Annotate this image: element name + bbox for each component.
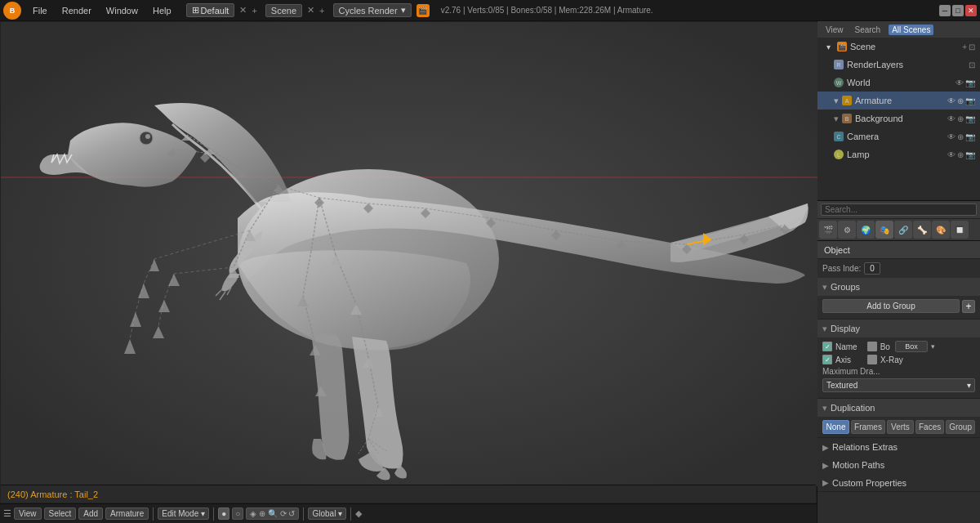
prop-tab-render[interactable]: 🎬 (819, 221, 837, 239)
add-menu-button[interactable]: Add (78, 507, 103, 520)
world-render-icon[interactable]: 📷 (965, 78, 975, 87)
prop-tab-constraints[interactable]: 🔗 (894, 221, 912, 239)
render-engine-name: Cycles Render (339, 6, 398, 16)
axis-checkbox[interactable]: ✓ (822, 355, 832, 364)
view-menu-button[interactable]: View (14, 507, 42, 520)
outliner-armature-label: Armature (855, 96, 892, 105)
scene-copy-icon[interactable]: ⊡ (969, 42, 975, 51)
camera-visibility-icon[interactable]: 👁 (947, 132, 956, 141)
camera-select-icon[interactable]: ⊕ (957, 132, 964, 141)
dup-faces-button[interactable]: Faces (915, 420, 944, 434)
outliner-item-world[interactable]: W World 👁 📷 (817, 74, 980, 92)
background-render-icon[interactable]: 📷 (965, 114, 975, 123)
dup-none-button[interactable]: None (822, 420, 849, 434)
menu-window[interactable]: Window (100, 4, 145, 17)
outliner-item-background[interactable]: ▾ B Background 👁 ⊕ 📷 (817, 110, 980, 127)
prop-tab-material[interactable]: 🎨 (932, 221, 950, 239)
outliner-item-camera[interactable]: C Camera 👁 ⊕ 📷 (817, 127, 980, 145)
prop-tab-texture[interactable]: 🔲 (951, 221, 969, 239)
close-button[interactable]: ✕ (965, 5, 977, 16)
outliner-item-armature[interactable]: ▾ A Armature 👁 ⊕ 📷 (817, 92, 980, 110)
name-checkbox[interactable]: ✓ (822, 342, 832, 351)
display-arrow-icon: ▾ (822, 324, 827, 334)
armature-visibility-icon[interactable]: 👁 (947, 96, 956, 105)
select-menu-button[interactable]: Select (44, 507, 77, 520)
background-select-icon[interactable]: ⊕ (957, 114, 964, 123)
outliner-all-scenes-btn[interactable]: All Scenes (889, 25, 933, 35)
textured-selector[interactable]: Textured ▾ (822, 378, 975, 392)
prop-tab-data[interactable]: 🦴 (913, 221, 931, 239)
dup-frames-button[interactable]: Frames (851, 420, 885, 434)
3d-viewport[interactable]: Front Ortho (0, 21, 817, 503)
outliner-view-btn[interactable]: View (822, 25, 847, 35)
armature-icon: A (842, 96, 852, 105)
render-engine-selector[interactable]: Cycles Render ▾ (333, 3, 412, 17)
prop-tab-world[interactable]: 🌍 (857, 221, 875, 239)
custom-properties-arrow-icon: ▶ (822, 478, 829, 487)
minimize-button[interactable]: ─ (939, 5, 951, 16)
viewport-shading-wire[interactable]: ○ (232, 507, 243, 520)
lamp-render-icon[interactable]: 📷 (965, 150, 975, 159)
mode-selector[interactable]: Edit Mode ▾ (158, 507, 209, 520)
prop-tab-scene[interactable]: ⚙ (838, 221, 856, 239)
bo-label: Bo (880, 342, 890, 351)
textured-arrow-icon: ▾ (967, 381, 971, 390)
menu-file[interactable]: File (26, 4, 54, 17)
armature-menu-button[interactable]: Armature (105, 507, 149, 520)
textured-row: Textured ▾ (822, 378, 975, 392)
outliner-item-lamp[interactable]: L Lamp 👁 ⊕ 📷 (817, 145, 980, 163)
display-section-content: ✓ Name Bo Box ▾ ✓ Axis X-Ray (817, 337, 980, 398)
armature-select-icon[interactable]: ⊕ (957, 96, 964, 105)
bo-checkbox[interactable] (867, 342, 877, 351)
xray-checkbox[interactable] (867, 355, 877, 364)
viewport-shading-solid[interactable]: ● (218, 507, 229, 520)
workspace-selector[interactable]: ⊞ Default (186, 3, 235, 17)
background-controls: 👁 ⊕ 📷 (947, 114, 975, 123)
groups-section-content: Add to Group + (817, 296, 980, 319)
duplication-section-header[interactable]: ▾ Duplication (817, 399, 980, 417)
menu-render[interactable]: Render (56, 4, 98, 17)
world-visibility-icon[interactable]: 👁 (956, 78, 964, 87)
transform-space-selector[interactable]: Global ▾ (308, 507, 346, 520)
relations-extras-row[interactable]: ▶ Relations Extras (817, 438, 980, 456)
lamp-controls: 👁 ⊕ 📷 (947, 150, 975, 159)
dup-group-button[interactable]: Group (946, 420, 975, 434)
add-group-plus-button[interactable]: + (962, 300, 975, 313)
scene-add-icon[interactable]: + (962, 42, 967, 51)
custom-properties-row[interactable]: ▶ Custom Properties (817, 474, 980, 492)
background-visibility-icon[interactable]: 👁 (947, 114, 956, 123)
dup-verts-button[interactable]: Verts (887, 420, 914, 434)
maximize-button[interactable]: □ (952, 5, 964, 16)
prop-tab-object[interactable]: 🎭 (875, 221, 893, 239)
groups-section-header[interactable]: ▾ Groups (817, 278, 980, 296)
viewport-icons-group[interactable]: ◈ ⊕ 🔍 ⟳ ↺ (246, 507, 299, 520)
blender-logo[interactable]: B (3, 2, 21, 20)
render-icon: 🎬 (416, 4, 430, 17)
trex-3d-view (1, 22, 817, 504)
renderlayers-eye[interactable]: ⊡ (969, 60, 975, 69)
camera-render-icon[interactable]: 📷 (965, 132, 975, 141)
mode-arrow: ▾ (201, 509, 205, 518)
box-value[interactable]: Box (895, 341, 928, 352)
display-section-header[interactable]: ▾ Display (817, 320, 980, 337)
outliner-search-btn[interactable]: Search (852, 25, 884, 35)
armature-render-icon[interactable]: 📷 (965, 96, 975, 105)
lamp-visibility-icon[interactable]: 👁 (947, 150, 956, 159)
top-bar: B File Render Window Help ⊞ Default ✕ + … (0, 0, 980, 21)
background-icon: B (842, 114, 852, 123)
world-icon: W (834, 78, 844, 87)
motion-paths-row[interactable]: ▶ Motion Paths (817, 456, 980, 474)
scene-selector[interactable]: Scene (265, 4, 302, 17)
pass-index-value[interactable]: 0 (864, 262, 880, 275)
outliner-item-renderlayers[interactable]: R RenderLayers ⊡ (817, 56, 980, 74)
window-controls: ─ □ ✕ (939, 5, 977, 16)
renderlayers-controls: ⊡ (969, 60, 975, 69)
name-checkbox-row: ✓ Name Bo Box ▾ (822, 341, 975, 352)
outliner-item-scene[interactable]: ▾ 🎬 Scene + ⊡ (817, 38, 980, 56)
groups-arrow-icon: ▾ (822, 282, 827, 293)
search-input[interactable] (821, 203, 977, 216)
svg-point-4 (145, 134, 150, 139)
menu-help[interactable]: Help (146, 4, 178, 17)
lamp-select-icon[interactable]: ⊕ (957, 150, 964, 159)
add-to-group-button[interactable]: Add to Group (822, 299, 960, 313)
